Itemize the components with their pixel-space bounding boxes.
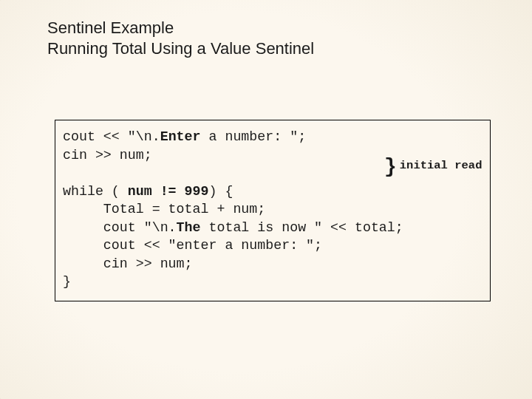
annotation-label: initial read [400, 159, 482, 173]
code-l1a: cout << "\n. [63, 129, 160, 144]
title-line-1: Sentinel Example [47, 18, 314, 38]
code-l3a: while ( [63, 184, 128, 199]
code-l3-kw: num != 999 [128, 184, 209, 199]
code-l1-kw: Enter [160, 129, 201, 144]
code-l3b: ) { [208, 184, 233, 199]
code-l5b: total is now " << total; [201, 220, 403, 235]
code-l4: Total = total + num; [63, 202, 265, 216]
code-l6: cout << "enter a number: "; [63, 238, 322, 253]
code-l1b: a number: "; [201, 129, 307, 144]
brace-icon: } [384, 161, 397, 174]
slide-title: Sentinel Example Running Total Using a V… [47, 18, 314, 58]
code-l2: cin >> num; [63, 148, 152, 163]
code-l8: } [63, 274, 71, 289]
annotation-initial-read: } initial read [384, 130, 482, 202]
title-line-2: Running Total Using a Value Sentinel [47, 38, 314, 59]
code-l5-kw: The [177, 220, 201, 235]
slide: Sentinel Example Running Total Using a V… [0, 0, 532, 399]
code-l7: cin >> num; [63, 256, 193, 271]
code-l5a: cout "\n. [63, 220, 177, 235]
